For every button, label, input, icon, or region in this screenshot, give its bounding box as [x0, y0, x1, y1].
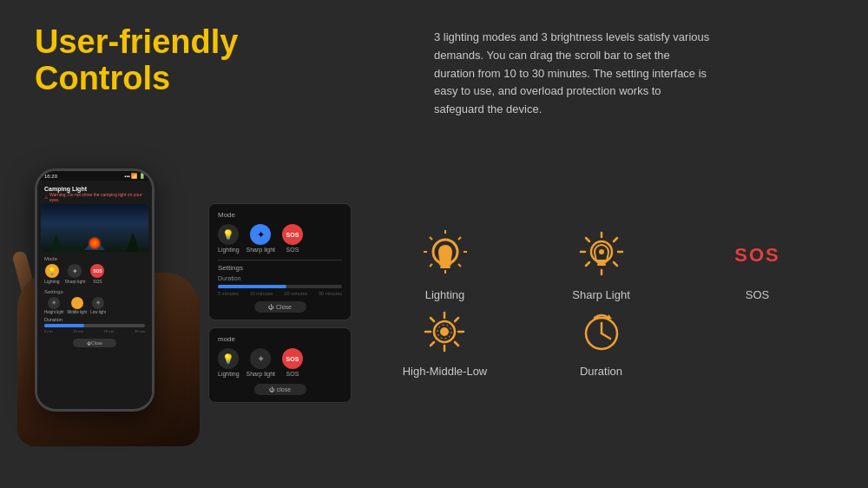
phone-slider[interactable] [44, 324, 145, 327]
feature-sos: SOS SOS [732, 229, 784, 301]
phone-mode-sos[interactable]: SOS SOS [90, 264, 104, 284]
svg-line-19 [614, 262, 617, 266]
app2-sos-label: SOS [286, 371, 299, 377]
app1-lighting-label: Lighting [218, 247, 240, 253]
lighting-icon [419, 229, 471, 281]
svg-rect-10 [440, 266, 450, 268]
phone-mode-buttons: 💡 Lighting ✦ Sharp light SOS SOS [44, 264, 145, 284]
phone-close-label: Close [91, 340, 102, 346]
feature-brightness: High-Middle-Low [403, 306, 488, 378]
app1-close-label: Close [276, 304, 292, 310]
phone-app-title: Camping Light [41, 184, 148, 192]
svg-line-6 [458, 264, 461, 267]
phone-status-bar: 16:20 ▪▪▪ 📶 🔋 [37, 171, 152, 181]
app1-settings-label: Settings [218, 264, 342, 272]
icons-section: Lighting [360, 221, 851, 386]
phone-mockup: 16:20 ▪▪▪ 📶 🔋 Camping Light ⚠ Warning: D… [35, 168, 155, 412]
brightness-label: High-Middle-Low [403, 365, 488, 378]
app1-sos-label: SOS [286, 247, 299, 253]
sos-display: SOS [734, 244, 779, 267]
phone-sos-label: SOS [93, 279, 102, 284]
svg-line-30 [455, 342, 458, 346]
phone-sos-icon: SOS [90, 264, 104, 278]
app1-lighting[interactable]: 💡 Lighting [218, 224, 240, 253]
app1-sos[interactable]: SOS SOS [282, 224, 303, 253]
app1-sos-icon: SOS [282, 224, 303, 245]
phone-brightness-low[interactable]: ☀ Low light [90, 297, 106, 314]
phone-hand-wrapper: 16:20 ▪▪▪ 📶 🔋 Camping Light ⚠ Warning: D… [17, 160, 200, 446]
app2-close-button[interactable]: ⏻ close [254, 384, 306, 395]
phone-sharp-label: Sharp light [65, 279, 86, 284]
phone-settings-label: Settings [44, 289, 145, 294]
sharp-light-icon [575, 229, 628, 281]
svg-line-5 [430, 237, 432, 240]
feature-sharp-light: Sharp Light [572, 229, 630, 301]
sharp-light-label: Sharp Light [572, 288, 630, 301]
phone-settings-section: Settings ☀ Height light ☀ Middle light [41, 287, 148, 336]
sos-label: SOS [746, 288, 769, 301]
phone-mode-lighting[interactable]: 💡 Lighting [44, 264, 60, 284]
svg-rect-13 [597, 263, 606, 266]
svg-line-29 [431, 318, 434, 321]
svg-point-22 [599, 249, 604, 254]
phone-mode-section: Mode 💡 Lighting ✦ Sharp light [41, 254, 148, 287]
lighting-label: Lighting [425, 288, 465, 301]
content-section: 16:20 ▪▪▪ 📶 🔋 Camping Light ⚠ Warning: D… [0, 128, 868, 488]
app-screenshots: Mode 💡 Lighting ✦ Sharp light SOS SOS [208, 203, 352, 403]
phone-slider-fill [44, 324, 84, 327]
app1-close-button[interactable]: ⏻ Close [254, 301, 306, 313]
phone-duration-label: Duration [44, 317, 145, 322]
app2-sos[interactable]: SOS SOS [282, 348, 303, 377]
app-screenshot-2: mode 💡 Lighting ✦ Sharp light SOS SOS [208, 327, 352, 403]
phone-brightness-row: ☀ Height light ☀ Middle light ☀ Low ligh… [44, 297, 145, 314]
app1-slider-fill [218, 285, 286, 288]
page-container: User-friendly Controls 3 lighting modes … [0, 0, 868, 488]
app1-slider[interactable] [218, 285, 342, 288]
phone-brightness-high-icon: ☀ [48, 297, 60, 309]
phone-sharp-icon: ✦ [68, 264, 82, 278]
sos-text-icon: SOS [732, 229, 784, 281]
app2-power-icon: ⏻ [269, 386, 275, 392]
app1-power-icon: ⏻ [268, 304, 274, 310]
phone-brightness-mid-label: Middle light [68, 310, 88, 314]
svg-rect-12 [596, 260, 607, 263]
svg-rect-9 [439, 262, 451, 266]
app2-sos-icon: SOS [282, 348, 303, 369]
phone-brightness-mid[interactable]: ☀ Middle light [68, 297, 88, 314]
phone-brightness-low-label: Low light [90, 310, 106, 314]
phone-warning: ⚠ Warning: Do not shine the camping ligh… [41, 192, 148, 202]
app2-mode-row: 💡 Lighting ✦ Sharp light SOS SOS [218, 348, 342, 377]
phone-mode-sharp[interactable]: ✦ Sharp light [65, 264, 86, 284]
main-title: User-friendly Controls [35, 24, 365, 97]
app2-sharp[interactable]: ✦ Sharp light [247, 348, 275, 377]
feature-duration: Duration [575, 306, 628, 378]
brightness-icon [418, 306, 470, 358]
app1-duration-label: Duration [218, 275, 342, 281]
phone-lighting-label: Lighting [44, 279, 60, 284]
svg-line-18 [586, 238, 589, 241]
phone-mode-label: Mode [44, 256, 145, 261]
app2-sharp-label: Sharp light [247, 371, 275, 377]
app1-mode-row: 💡 Lighting ✦ Sharp light SOS SOS [218, 224, 342, 253]
phone-signal: ▪▪▪ 📶 🔋 [124, 173, 145, 179]
app1-sharp-icon: ✦ [250, 224, 271, 245]
app1-divider [218, 260, 342, 260]
app1-mode-label: Mode [218, 211, 342, 219]
app1-lighting-icon: 💡 [218, 224, 239, 245]
description-text: 3 lighting modes and 3 brightness levels… [434, 24, 712, 119]
app2-lighting-label: Lighting [218, 371, 240, 377]
svg-line-36 [602, 333, 610, 339]
phone-brightness-high[interactable]: ☀ Height light [44, 297, 64, 314]
phone-slider-marks: 5 min 10 min 20 min 30 min [44, 329, 145, 333]
app2-lighting-icon: 💡 [218, 348, 239, 369]
svg-line-20 [614, 238, 617, 241]
phone-brightness-high-label: Height light [44, 310, 64, 314]
duration-icon [575, 306, 628, 358]
svg-line-8 [430, 264, 432, 267]
phone-brightness-low-icon: ☀ [92, 297, 104, 309]
app1-sharp[interactable]: ✦ Sharp light [247, 224, 275, 253]
app2-lighting[interactable]: 💡 Lighting [218, 348, 240, 377]
svg-point-24 [440, 327, 449, 336]
feature-lighting: Lighting [419, 229, 471, 301]
phone-close-button[interactable]: ⏻ Close [73, 339, 116, 347]
